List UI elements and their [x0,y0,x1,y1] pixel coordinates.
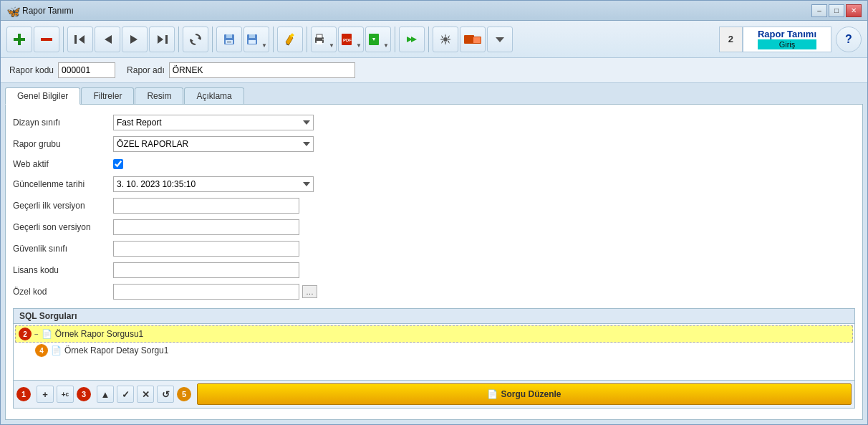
right-panel: 2 Rapor Tanımı Giriş ? [719,27,862,52]
more-button[interactable] [487,27,513,52]
gecerli-son-versiyon-input-wrapper [113,219,299,235]
print-button[interactable]: ▼ [311,27,337,52]
module-title-text: Rapor Tanımı [758,29,816,39]
svg-rect-14 [227,41,231,43]
add-button[interactable] [6,27,32,52]
open-button[interactable] [460,27,486,52]
toolbar: ▼ ▼ PDF ▼ ▼ [1,21,867,58]
gecerli-ilk-versiyon-input[interactable] [113,198,299,214]
pdf-dropdown-arrow: ▼ [356,42,362,49]
svg-rect-21 [317,34,322,38]
web-aktif-row: Web aktif [13,155,855,173]
svg-point-30 [443,37,448,42]
sql-move-badge: 3 [77,387,91,401]
sep3 [212,27,213,52]
svg-rect-17 [249,40,256,44]
rapor-grubu-label: Rapor grubu [13,139,113,149]
rapor-kodu-field: Rapor kodu [9,62,115,78]
lisans-kodu-input[interactable] [113,262,299,278]
web-aktif-label: Web aktif [13,159,113,169]
sql-delete-button[interactable]: ✕ [137,386,154,403]
sql-section: SQL Sorguları 2 − 📄 Örnek Rapor Sorgusu1… [13,308,855,409]
lisans-kodu-row: Lisans kodu [13,259,855,281]
tree-item-1-1[interactable]: 4 📄 Örnek Rapor Detay Sorgu1 [15,343,853,358]
guncelleme-tarihi-select[interactable]: 3. 10. 2023 10:35:10 [113,176,314,192]
settings-button[interactable] [433,27,458,52]
sep7 [428,27,429,52]
sql-add-button[interactable]: + [37,386,54,403]
tree-badge-1: 2 [19,328,32,340]
ozel-kod-browse-icon[interactable]: … [302,285,317,298]
sql-move-up-button[interactable]: ▲ [97,386,114,403]
sorgu-duzenle-button[interactable]: 📄 Sorgu Düzenle [197,383,852,405]
close-button[interactable]: ✕ [846,4,862,17]
tree-label-1: Örnek Rapor Sorgusu1 [55,329,143,339]
gecerli-son-versiyon-label: Geçerli son versiyon [13,222,113,232]
rapor-adi-input[interactable] [169,62,355,78]
svg-rect-22 [317,41,322,44]
first-button[interactable] [67,27,93,52]
sql-undo-button[interactable]: ↺ [157,386,174,403]
tree-item-1[interactable]: 2 − 📄 Örnek Rapor Sorgusu1 [15,325,853,343]
dizayn-sinifi-input-wrapper: Fast Report Crystal Reports DevExpress [113,115,314,130]
svg-marker-9 [198,37,201,40]
tab-aciklama[interactable]: Açıklama [184,87,243,104]
sorgu-duzenle-label: Sorgu Düzenle [501,389,561,399]
sep2 [178,27,179,52]
sep1 [63,27,64,52]
svg-marker-5 [105,35,112,44]
rapor-kodu-label: Rapor kodu [9,65,54,75]
tab-genel-bilgiler[interactable]: Genel Bilgiler [5,87,80,105]
minimize-button[interactable]: – [811,4,827,17]
main-content: Genel Bilgiler Filtreler Resim Açıklama … [1,83,867,424]
module-subtitle-text: Giriş [758,39,816,49]
tabs: Genel Bilgiler Filtreler Resim Açıklama [5,87,863,105]
window-title: Rapor Tanımı [22,6,74,16]
svg-rect-1 [14,38,25,41]
refresh-button[interactable] [183,27,208,52]
rapor-grubu-select[interactable]: ÖZEL RAPORLAR GENEL RAPORLAR FİNANS RAPO… [113,136,314,152]
maximize-button[interactable]: □ [829,4,844,17]
web-aktif-checkbox[interactable] [113,159,123,169]
save-button[interactable] [216,27,242,52]
guncelleme-tarihi-label: Güncellenme tarihi [13,179,113,189]
print-dropdown-arrow: ▼ [329,42,334,49]
svg-marker-34 [496,37,504,42]
sep6 [395,27,395,52]
sorgu-duzenle-icon: 📄 [487,389,498,399]
svg-rect-23 [322,39,324,40]
sql-tree: 2 − 📄 Örnek Rapor Sorgusu1 4 📄 Örnek Rap… [13,323,855,381]
prev-button[interactable] [95,27,120,52]
record-badge: 2 [719,27,743,52]
title-bar-buttons: – □ ✕ [811,4,862,17]
sep4 [273,27,274,52]
gecerli-son-versiyon-input[interactable] [113,219,299,235]
gecerli-ilk-versiyon-input-wrapper [113,198,299,214]
guncelleme-tarihi-input-wrapper: 3. 10. 2023 10:35:10 [113,176,314,192]
tree-doc-icon-1: 📄 [42,329,52,339]
save-as-button[interactable]: ▼ [243,27,269,52]
tab-filtreler[interactable]: Filtreler [81,87,134,104]
last-button[interactable] [149,27,175,52]
forward-button[interactable] [399,27,425,52]
dizayn-sinifi-select[interactable]: Fast Report Crystal Reports DevExpress [113,115,314,130]
ozel-kod-input-wrapper: … [113,284,317,300]
rapor-kodu-input[interactable] [58,62,115,78]
export-dropdown-arrow: ▼ [383,42,389,49]
next-button[interactable] [122,27,148,52]
pdf-button[interactable]: PDF ▼ [338,27,364,52]
ozel-kod-input[interactable] [113,284,299,300]
edit-button[interactable] [277,27,303,52]
sql-check-button[interactable]: ✓ [117,386,134,403]
delete-button[interactable] [34,27,59,52]
sql-add-child-button[interactable]: +c [57,386,74,403]
help-button[interactable]: ? [836,27,862,52]
gecerli-ilk-versiyon-row: Geçerli ilk versiyon [13,195,855,216]
main-window: 🦋 Rapor Tanımı – □ ✕ [0,0,868,425]
export-button[interactable]: ▼ [365,27,391,52]
gecerli-ilk-versiyon-label: Geçerli ilk versiyon [13,201,113,211]
guvenlik-sinifi-input[interactable] [113,241,299,257]
tab-resim[interactable]: Resim [135,87,183,104]
ozel-kod-row: Özel kod … [13,281,855,302]
tree-expand-icon-1[interactable]: − [34,330,39,338]
